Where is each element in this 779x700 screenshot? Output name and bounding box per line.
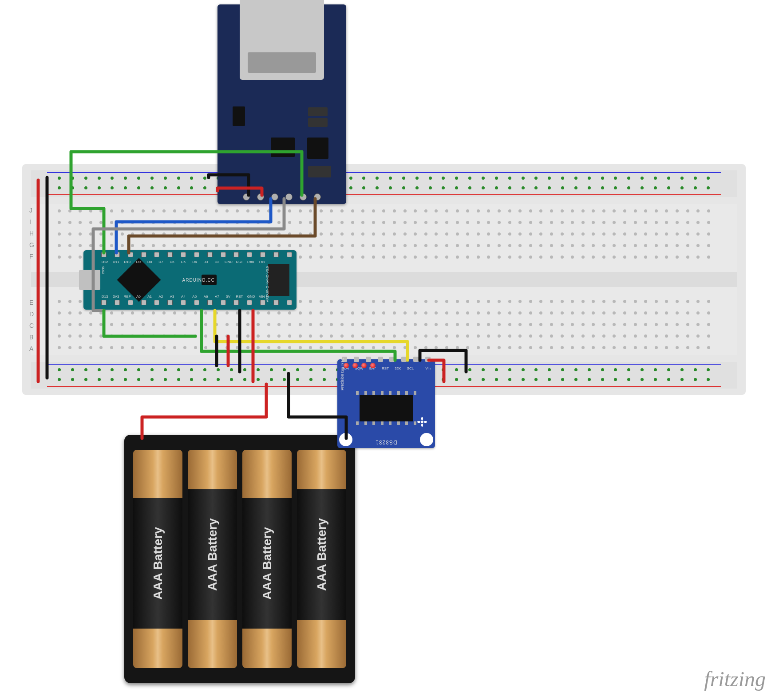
rtc-header-pins — [342, 357, 431, 362]
fritzing-watermark: fritzing — [704, 667, 766, 691]
rtc-ds3231-module: SDA SQW BAT RST 32K SCL Vin DS3231 P — [337, 359, 435, 448]
sd-card-module — [217, 4, 346, 204]
svg-point-2 — [421, 424, 423, 427]
nano-version-label: ARDUINO NANO V3.0 — [265, 266, 269, 302]
nano-pins-bottom: document.write(Array.from({length:15},()… — [101, 300, 292, 308]
breadboard-top-power-rail: document.write(Array.from({length:50},()… — [31, 170, 737, 197]
battery-cell: AAA Battery — [242, 450, 292, 668]
adafruit-logo-icon — [417, 417, 427, 427]
battery-cell: AAA Battery — [188, 450, 237, 668]
nano-brand-label: ARDUINO.CC — [182, 278, 215, 283]
nano-pin-labels-bottom: D13 3V3 REF A0 A1 A2 A3 A4 A5 A6 A7 5V R… — [101, 295, 265, 300]
sd-card-socket — [240, 0, 324, 80]
nano-year-label: 2009 — [101, 266, 105, 274]
svg-point-1 — [421, 417, 423, 420]
battery-cell: AAA Battery — [297, 450, 346, 668]
rtc-ic-chip — [360, 395, 413, 421]
svg-point-0 — [421, 421, 423, 423]
rtc-status-leds — [344, 363, 376, 368]
nano-pin-labels-top: D12 D11 D10 D9 D8 D7 D6 D5 D4 D3 D2 GND … — [101, 260, 265, 265]
svg-point-3 — [417, 421, 420, 423]
icsp-header — [268, 264, 289, 296]
nano-pins-top: document.write(Array.from({length:15},()… — [101, 252, 292, 260]
sd-module-pins — [243, 193, 321, 201]
fritzing-diagram: document.write(Array.from({length:50},()… — [0, 0, 779, 700]
svg-point-4 — [424, 421, 427, 423]
battery-cell: AAA Battery — [133, 450, 182, 668]
rtc-chip-name: DS3231 — [375, 439, 397, 445]
rtc-title-text: Precision I2C RTC — [340, 358, 344, 390]
battery-holder-4xaaa: AAA Battery AAA Battery AAA Battery AAA … — [124, 435, 355, 683]
usb-mini-port — [79, 270, 100, 290]
arduino-nano: document.write(Array.from({length:15},()… — [83, 250, 297, 310]
